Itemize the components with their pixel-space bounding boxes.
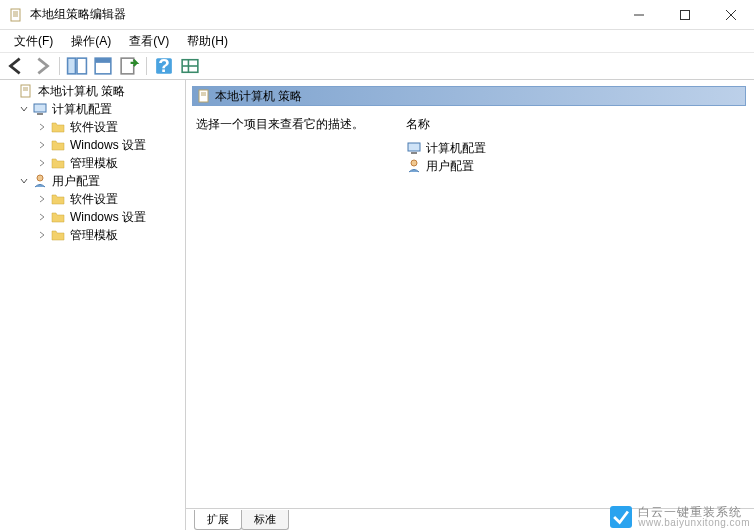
folder-icon [50, 137, 66, 153]
tree-windows-settings[interactable]: Windows 设置 [0, 136, 185, 154]
tree-label: 管理模板 [70, 155, 118, 172]
svg-rect-28 [411, 152, 417, 154]
folder-icon [50, 155, 66, 171]
list-item-computer-config[interactable]: 计算机配置 [406, 139, 746, 157]
app-icon [8, 7, 24, 23]
tab-extended[interactable]: 扩展 [194, 510, 242, 530]
tree-root[interactable]: 本地计算机 策略 [0, 82, 185, 100]
chevron-right-icon[interactable] [36, 211, 48, 223]
svg-rect-0 [11, 9, 20, 21]
tree-label: 软件设置 [70, 119, 118, 136]
maximize-button[interactable] [662, 0, 708, 30]
content-body: 选择一个项目来查看它的描述。 名称 计算机配置 用户配置 [186, 106, 754, 508]
window-controls [616, 0, 754, 30]
menu-bar: 文件(F) 操作(A) 查看(V) 帮助(H) [0, 30, 754, 52]
export-button[interactable] [117, 55, 141, 77]
folder-icon [50, 209, 66, 225]
tree-pane[interactable]: 本地计算机 策略 计算机配置 软件设置 Windows 设置 管理模板 用户配置 [0, 80, 186, 530]
folder-icon [50, 227, 66, 243]
description-text: 选择一个项目来查看它的描述。 [196, 116, 406, 133]
svg-rect-8 [68, 58, 76, 74]
svg-text:?: ? [158, 55, 170, 76]
svg-rect-9 [77, 58, 86, 74]
toolbar: ? [0, 52, 754, 80]
tree-root-label: 本地计算机 策略 [38, 83, 125, 100]
tree-software-settings[interactable]: 软件设置 [0, 118, 185, 136]
menu-view[interactable]: 查看(V) [121, 31, 177, 52]
description-column: 选择一个项目来查看它的描述。 [196, 116, 406, 508]
toolbar-separator [59, 57, 60, 75]
svg-rect-11 [95, 58, 111, 63]
tree-label: 计算机配置 [52, 101, 112, 118]
tree-label: 管理模板 [70, 227, 118, 244]
svg-rect-5 [681, 10, 690, 19]
computer-icon [406, 140, 422, 156]
content-header-text: 本地计算机 策略 [215, 88, 302, 105]
window-title: 本地组策略编辑器 [30, 6, 616, 23]
list-item-label: 计算机配置 [426, 140, 486, 157]
svg-point-29 [411, 160, 417, 166]
tab-standard[interactable]: 标准 [241, 510, 289, 530]
tree-label: 用户配置 [52, 173, 100, 190]
tree-windows-settings-user[interactable]: Windows 设置 [0, 208, 185, 226]
content-pane: 本地计算机 策略 选择一个项目来查看它的描述。 名称 计算机配置 用户配置 扩展… [186, 80, 754, 530]
blank-twisty [4, 85, 16, 97]
svg-point-23 [37, 175, 43, 181]
menu-help[interactable]: 帮助(H) [179, 31, 236, 52]
tree-computer-config[interactable]: 计算机配置 [0, 100, 185, 118]
close-button[interactable] [708, 0, 754, 30]
list-column: 名称 计算机配置 用户配置 [406, 116, 746, 508]
svg-rect-27 [408, 143, 420, 151]
policy-icon [18, 83, 34, 99]
tabs-row: 扩展 标准 [186, 508, 754, 530]
user-icon [406, 158, 422, 174]
properties-button[interactable] [91, 55, 115, 77]
svg-rect-24 [199, 90, 208, 102]
user-icon [32, 173, 48, 189]
chevron-right-icon[interactable] [36, 193, 48, 205]
folder-icon [50, 191, 66, 207]
minimize-button[interactable] [616, 0, 662, 30]
tree-label: Windows 设置 [70, 209, 146, 226]
content-header: 本地计算机 策略 [192, 86, 746, 106]
tree-label: 软件设置 [70, 191, 118, 208]
help-button[interactable]: ? [152, 55, 176, 77]
chevron-down-icon[interactable] [18, 175, 30, 187]
chevron-right-icon[interactable] [36, 139, 48, 151]
back-button[interactable] [4, 55, 28, 77]
tree-admin-templates-user[interactable]: 管理模板 [0, 226, 185, 244]
show-hide-tree-button[interactable] [65, 55, 89, 77]
computer-icon [32, 101, 48, 117]
svg-rect-12 [121, 58, 134, 74]
svg-rect-22 [37, 113, 43, 115]
forward-button[interactable] [30, 55, 54, 77]
policy-icon [197, 89, 211, 103]
chevron-right-icon[interactable] [36, 121, 48, 133]
tree-admin-templates[interactable]: 管理模板 [0, 154, 185, 172]
main-area: 本地计算机 策略 计算机配置 软件设置 Windows 设置 管理模板 用户配置 [0, 80, 754, 530]
tree-user-config[interactable]: 用户配置 [0, 172, 185, 190]
chevron-right-icon[interactable] [36, 229, 48, 241]
chevron-down-icon[interactable] [18, 103, 30, 115]
title-bar: 本地组策略编辑器 [0, 0, 754, 30]
toolbar-separator [146, 57, 147, 75]
tree-label: Windows 设置 [70, 137, 146, 154]
name-column-header[interactable]: 名称 [406, 116, 746, 133]
svg-rect-21 [34, 104, 46, 112]
folder-icon [50, 119, 66, 135]
list-item-user-config[interactable]: 用户配置 [406, 157, 746, 175]
filter-button[interactable] [178, 55, 202, 77]
svg-rect-18 [21, 85, 30, 97]
list-item-label: 用户配置 [426, 158, 474, 175]
tree-software-settings-user[interactable]: 软件设置 [0, 190, 185, 208]
menu-file[interactable]: 文件(F) [6, 31, 61, 52]
menu-action[interactable]: 操作(A) [63, 31, 119, 52]
chevron-right-icon[interactable] [36, 157, 48, 169]
